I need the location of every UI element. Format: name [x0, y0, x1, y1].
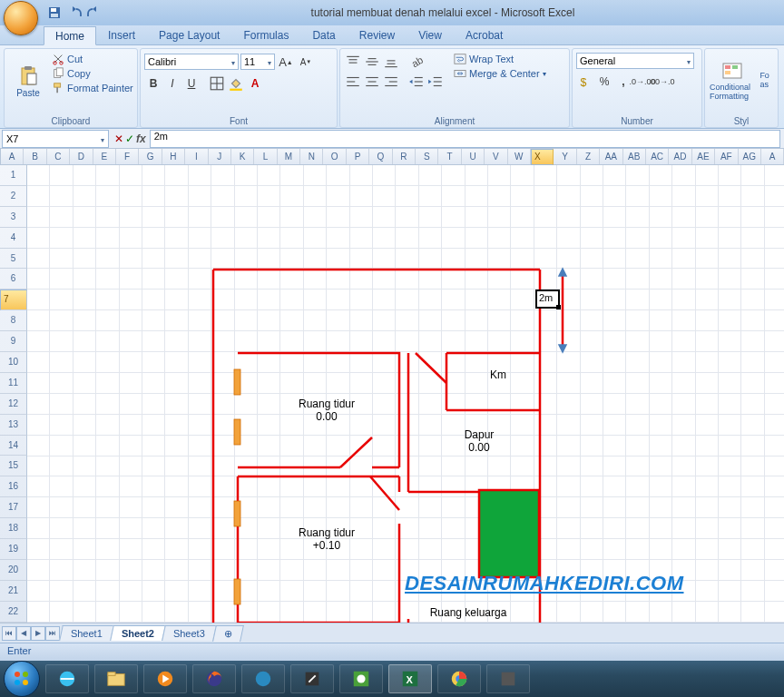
col-header-Q[interactable]: Q: [369, 149, 392, 164]
row-header-18[interactable]: 18: [0, 518, 27, 539]
sheet-tab-new[interactable]: ⊕: [212, 625, 244, 642]
col-header-S[interactable]: S: [416, 149, 438, 164]
underline-button[interactable]: U: [182, 74, 201, 93]
align-top-button[interactable]: [344, 53, 362, 71]
row-header-7[interactable]: 7: [0, 290, 27, 310]
col-header-AE[interactable]: AE: [692, 149, 715, 164]
align-bottom-button[interactable]: [382, 53, 400, 71]
decrease-indent-button[interactable]: [407, 73, 426, 91]
orientation-button[interactable]: ab: [407, 53, 426, 71]
shrink-font-button[interactable]: A▼: [297, 53, 315, 71]
taskbar-explorer[interactable]: [94, 664, 138, 693]
sheet-tab-1[interactable]: Sheet1: [59, 625, 113, 641]
tab-data[interactable]: Data: [300, 25, 347, 44]
cut-button[interactable]: Cut: [52, 53, 133, 65]
taskbar-excel[interactable]: X: [388, 664, 432, 693]
sheet-nav-last[interactable]: ⏭: [45, 626, 60, 641]
row-header-9[interactable]: 9: [0, 331, 27, 352]
redo-icon[interactable]: [87, 5, 102, 20]
active-cell[interactable]: 2m: [535, 290, 560, 309]
col-header-A[interactable]: A: [1, 149, 24, 164]
align-center-button[interactable]: [363, 73, 381, 91]
col-header-I[interactable]: I: [185, 149, 208, 164]
col-header-U[interactable]: U: [462, 149, 485, 164]
col-header-P[interactable]: P: [347, 149, 369, 164]
tab-review[interactable]: Review: [348, 25, 407, 44]
row-header-13[interactable]: 13: [0, 415, 27, 436]
col-header-D[interactable]: D: [70, 149, 93, 164]
taskbar-app2[interactable]: [290, 664, 334, 693]
row-header-16[interactable]: 16: [0, 476, 27, 497]
formula-input[interactable]: 2m: [150, 130, 780, 148]
row-header-10[interactable]: 10: [0, 352, 27, 373]
row-header-11[interactable]: 11: [0, 373, 27, 394]
percent-button[interactable]: %: [595, 73, 613, 91]
col-header-E[interactable]: E: [93, 149, 116, 164]
start-button[interactable]: [4, 661, 40, 697]
row-header-1[interactable]: 1: [0, 165, 27, 186]
col-header-Z[interactable]: Z: [577, 149, 600, 164]
tab-view[interactable]: View: [407, 25, 454, 44]
tab-home[interactable]: Home: [44, 26, 96, 45]
col-header-V[interactable]: V: [485, 149, 507, 164]
bold-button[interactable]: B: [144, 74, 162, 93]
row-header-15[interactable]: 15: [0, 456, 27, 476]
col-header-G[interactable]: G: [139, 149, 162, 164]
row-header-21[interactable]: 21: [0, 581, 27, 602]
col-header-C[interactable]: C: [47, 149, 70, 164]
paste-button[interactable]: Paste: [8, 53, 48, 109]
conditional-formatting-button[interactable]: Conditional Formatting: [709, 53, 755, 109]
accounting-button[interactable]: $: [576, 73, 594, 91]
fill-handle[interactable]: [556, 305, 561, 309]
tab-acrobat[interactable]: Acrobat: [454, 25, 514, 44]
taskbar-wmp[interactable]: [143, 664, 187, 693]
col-header-J[interactable]: J: [209, 149, 231, 164]
row-header-3[interactable]: 3: [0, 207, 27, 228]
col-header-H[interactable]: H: [162, 149, 185, 164]
wrap-text-button[interactable]: Wrap Text: [454, 53, 546, 65]
sheet-tab-2[interactable]: Sheet2: [110, 625, 166, 641]
borders-button[interactable]: [208, 74, 226, 93]
row-header-4[interactable]: 4: [0, 228, 27, 249]
name-box[interactable]: X7: [2, 130, 109, 148]
taskbar-app3[interactable]: [486, 664, 530, 693]
font-name-select[interactable]: Calibri: [144, 54, 239, 70]
row-header-19[interactable]: 19: [0, 539, 27, 560]
col-header-AB[interactable]: AB: [623, 149, 646, 164]
row-header-6[interactable]: 6: [0, 269, 27, 290]
row-header-8[interactable]: 8: [0, 310, 27, 331]
col-header-K[interactable]: K: [231, 149, 254, 164]
undo-icon[interactable]: [67, 5, 82, 20]
col-header-O[interactable]: O: [323, 149, 346, 164]
cancel-icon[interactable]: ✕: [114, 133, 123, 145]
office-button[interactable]: [4, 1, 38, 35]
merge-center-button[interactable]: Merge & Center▾: [454, 67, 546, 80]
tab-insert[interactable]: Insert: [96, 25, 147, 44]
col-header-AC[interactable]: AC: [646, 149, 669, 164]
col-header-T[interactable]: T: [438, 149, 461, 164]
tab-page-layout[interactable]: Page Layout: [147, 25, 231, 44]
col-header-R[interactable]: R: [393, 149, 416, 164]
col-header-M[interactable]: M: [278, 149, 300, 164]
sheet-nav-prev[interactable]: ◀: [16, 626, 31, 641]
format-painter-button[interactable]: Format Painter: [52, 82, 133, 94]
col-header-AG[interactable]: AG: [739, 149, 761, 164]
col-header-X[interactable]: X: [531, 149, 554, 165]
row-header-2[interactable]: 2: [0, 186, 27, 207]
number-format-select[interactable]: General: [576, 53, 694, 69]
taskbar-ie[interactable]: [45, 664, 89, 693]
save-icon[interactable]: [47, 5, 62, 20]
col-header-AD[interactable]: AD: [669, 149, 691, 164]
align-middle-button[interactable]: [363, 53, 381, 71]
sheet-tab-3[interactable]: Sheet3: [162, 625, 216, 641]
decrease-decimal-button[interactable]: .00→.0: [652, 73, 671, 91]
format-as-table-button[interactable]: Fo as: [759, 53, 774, 109]
row-header-12[interactable]: 12: [0, 394, 27, 415]
col-header-AF[interactable]: AF: [715, 149, 738, 164]
align-left-button[interactable]: [344, 73, 362, 91]
fill-color-button[interactable]: [227, 74, 245, 93]
enter-icon[interactable]: ✓: [125, 133, 134, 145]
grow-font-button[interactable]: A▲: [277, 53, 295, 71]
taskbar-corel[interactable]: [339, 664, 383, 693]
sheet-nav-next[interactable]: ▶: [31, 626, 45, 641]
